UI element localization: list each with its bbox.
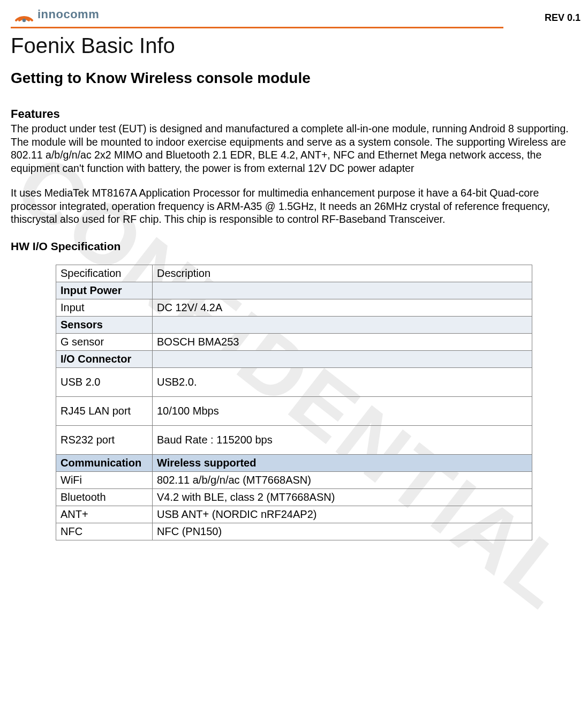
table-cell: WiFi xyxy=(56,471,153,488)
table-row: NFCNFC (PN150) xyxy=(56,523,532,540)
table-row: RS232 portBaud Rate : 115200 bps xyxy=(56,425,532,454)
table-cell: Specification xyxy=(56,265,153,282)
table-cell: 802.11 a/b/g/n/ac (MT7668ASN) xyxy=(153,471,532,488)
table-row: USB 2.0USB2.0. xyxy=(56,367,532,396)
logo: innocomm xyxy=(5,4,99,25)
page-title: Foenix Basic Info xyxy=(11,34,577,58)
spec-table: SpecificationDescriptionInput PowerInput… xyxy=(56,265,532,540)
wifi-arc-icon xyxy=(14,4,34,25)
table-cell: RJ45 LAN port xyxy=(56,396,153,425)
features-paragraph-2: It uses MediaTek MT8167A Application Pro… xyxy=(11,186,577,226)
table-cell: Communication xyxy=(56,454,153,471)
table-cell xyxy=(153,350,532,367)
table-cell: Description xyxy=(153,265,532,282)
page-header: innocomm REV 0.1 xyxy=(5,0,583,25)
page: innocomm REV 0.1 Foenix Basic Info Getti… xyxy=(0,0,588,540)
table-cell: 10/100 Mbps xyxy=(153,396,532,425)
table-cell: Sensors xyxy=(56,316,153,333)
table-cell: Baud Rate : 115200 bps xyxy=(153,425,532,454)
table-row: ANT+USB ANT+ (NORDIC nRF24AP2) xyxy=(56,506,532,523)
table-cell: Input xyxy=(56,299,153,316)
table-cell: ANT+ xyxy=(56,506,153,523)
header-rule xyxy=(11,27,503,28)
revision-label: REV 0.1 xyxy=(545,12,583,25)
page-subtitle: Getting to Know Wireless console module xyxy=(11,70,577,87)
table-cell: USB2.0. xyxy=(153,367,532,396)
table-cell: BOSCH BMA253 xyxy=(153,333,532,350)
hw-io-spec-heading: HW I/O Specification xyxy=(11,240,577,253)
table-row: SpecificationDescription xyxy=(56,265,532,282)
table-row: RJ45 LAN port10/100 Mbps xyxy=(56,396,532,425)
table-row: InputDC 12V/ 4.2A xyxy=(56,299,532,316)
features-paragraph-1: The product under test (EUT) is designed… xyxy=(11,122,577,175)
table-cell: I/O Connector xyxy=(56,350,153,367)
table-cell: NFC xyxy=(56,523,153,540)
table-cell: USB 2.0 xyxy=(56,367,153,396)
svg-point-0 xyxy=(22,19,26,22)
table-cell: Bluetooth xyxy=(56,488,153,506)
content: Foenix Basic Info Getting to Know Wirele… xyxy=(5,34,583,540)
table-row: CommunicationWireless supported xyxy=(56,454,532,471)
spec-table-wrap: SpecificationDescriptionInput PowerInput… xyxy=(11,265,577,540)
table-cell: G sensor xyxy=(56,333,153,350)
table-cell: V4.2 with BLE, class 2 (MT7668ASN) xyxy=(153,488,532,506)
table-row: G sensorBOSCH BMA253 xyxy=(56,333,532,350)
features-heading: Features xyxy=(11,107,577,121)
table-row: Input Power xyxy=(56,282,532,299)
table-cell xyxy=(153,316,532,333)
table-row: WiFi802.11 a/b/g/n/ac (MT7668ASN) xyxy=(56,471,532,488)
table-cell xyxy=(153,282,532,299)
table-cell: RS232 port xyxy=(56,425,153,454)
table-row: I/O Connector xyxy=(56,350,532,367)
table-cell: DC 12V/ 4.2A xyxy=(153,299,532,316)
table-cell: USB ANT+ (NORDIC nRF24AP2) xyxy=(153,506,532,523)
logo-text: innocomm xyxy=(37,7,99,21)
table-cell: Wireless supported xyxy=(153,454,532,471)
table-cell: Input Power xyxy=(56,282,153,299)
table-row: Sensors xyxy=(56,316,532,333)
table-cell: NFC (PN150) xyxy=(153,523,532,540)
table-row: BluetoothV4.2 with BLE, class 2 (MT7668A… xyxy=(56,488,532,506)
